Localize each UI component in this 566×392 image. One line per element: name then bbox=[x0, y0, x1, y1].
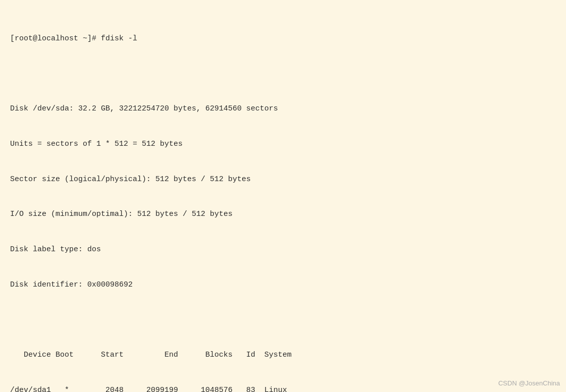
line-blank2 bbox=[10, 314, 556, 326]
line-sda-sector: Sector size (logical/physical): 512 byte… bbox=[10, 174, 556, 185]
line-prompt1: [root@localhost ~]# fdisk -l bbox=[10, 33, 556, 44]
line-blank1 bbox=[10, 68, 556, 79]
line-sda1: /dev/sda1 * 2048 2099199 1048576 83 Linu… bbox=[10, 384, 556, 392]
line-part-header: Device Boot Start End Blocks Id System bbox=[10, 349, 556, 361]
line-sda-id: Disk identifier: 0x00098692 bbox=[10, 279, 556, 291]
watermark: CSDN @JosenChina bbox=[498, 379, 560, 387]
line-sda-units: Units = sectors of 1 * 512 = 512 bytes bbox=[10, 138, 556, 150]
line-sda-io: I/O size (minimum/optimal): 512 bytes / … bbox=[10, 208, 556, 220]
line-sda-disk: Disk /dev/sda: 32.2 GB, 32212254720 byte… bbox=[10, 103, 556, 115]
terminal: [root@localhost ~]# fdisk -l Disk /dev/s… bbox=[0, 0, 566, 392]
line-sda-label: Disk label type: dos bbox=[10, 244, 556, 255]
